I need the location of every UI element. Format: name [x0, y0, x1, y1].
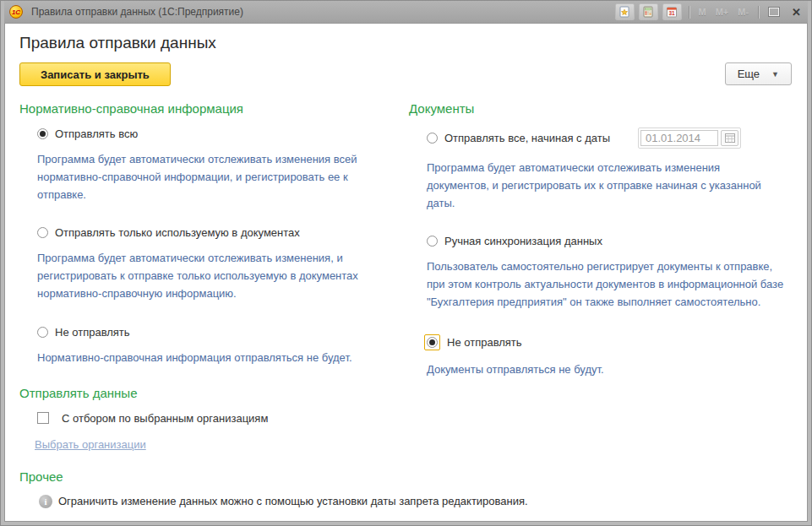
radio-docs-send-all-from-date[interactable]: Отправлять все, начиная с даты 01.01.201… — [409, 127, 797, 149]
radio-icon — [37, 227, 48, 238]
docs-manual-sync-description: Пользователь самостоятельно регистрирует… — [409, 258, 797, 311]
1c-logo-icon: 1С — [9, 5, 23, 19]
page-title: Правила отправки данных — [19, 34, 797, 52]
section-other: Прочее i Ограничить изменение данных мож… — [19, 469, 797, 522]
save-and-close-button[interactable]: Записать и закрыть — [19, 62, 171, 86]
dropdown-arrow-icon: ▼ — [771, 70, 779, 79]
start-date-input[interactable]: 01.01.2014 — [640, 130, 718, 146]
more-button[interactable]: Еще ▼ — [725, 62, 792, 85]
radio-label: Не отправлять — [55, 326, 130, 339]
section-header-other: Прочее — [19, 469, 797, 484]
calculator-icon[interactable] — [639, 3, 658, 20]
maximize-button[interactable] — [769, 8, 779, 16]
radio-icon — [37, 327, 48, 338]
checkbox-label: С отбором по выбранным организациям — [62, 412, 268, 425]
radio-label: Отправлять только используемую в докумен… — [55, 226, 300, 239]
radio-docs-do-not-send[interactable]: Не отправлять — [409, 334, 797, 350]
nsi-send-all-description: Программа будет автоматически отслеживат… — [19, 151, 394, 203]
calendar-picker-icon[interactable] — [721, 130, 738, 146]
favorites-doc-icon[interactable] — [615, 3, 635, 20]
nsi-send-used-description: Программа будет автоматически отслеживат… — [19, 250, 394, 302]
app-window: 1С Правила отправки данных (1С:Предприят… — [0, 0, 812, 526]
radio-icon — [427, 337, 438, 348]
form-content: Правила отправки данных Записать и закры… — [4, 23, 808, 522]
radio-label: Отправлять все, начиная с даты — [444, 132, 610, 144]
radio-nsi-send-all[interactable]: Отправлять всю — [19, 127, 394, 140]
checkbox-icon — [37, 412, 49, 424]
memory-m-plus-button[interactable]: M+ — [713, 7, 732, 17]
titlebar-separator — [758, 6, 759, 19]
radio-nsi-send-used-only[interactable]: Отправлять только используемую в докумен… — [19, 226, 394, 239]
section-header-documents: Документы — [409, 101, 797, 116]
command-bar: Записать и закрыть Еще ▼ — [19, 62, 792, 86]
section-header-nsi: Нормативно-справочная информация — [19, 101, 394, 116]
start-date-field: 01.01.2014 — [638, 127, 741, 149]
window-titlebar[interactable]: 1С Правила отправки данных (1С:Предприят… — [4, 1, 808, 23]
info-icon: i — [39, 495, 52, 508]
docs-do-not-send-description: Документы отправляться не будут. — [409, 361, 797, 379]
memory-m-minus-button[interactable]: M- — [735, 7, 751, 17]
titlebar-controls: 31 M M+ M- ✕ — [615, 3, 805, 20]
radio-label: Ручная синхронизация данных — [444, 235, 602, 247]
section-header-send-data: Отправлять данные — [19, 386, 394, 400]
column-nsi: Нормативно-справочная информация Отправл… — [19, 101, 394, 468]
radio-docs-manual-sync[interactable]: Ручная синхронизация данных — [409, 235, 797, 247]
info-row: i Ограничить изменение данных можно с по… — [19, 494, 797, 509]
window-title: Правила отправки данных (1С:Предприятие) — [31, 6, 615, 18]
radio-label: Не отправлять — [447, 336, 522, 349]
info-text: Ограничить изменение данных можно с помо… — [58, 494, 528, 509]
titlebar-separator — [689, 6, 689, 19]
select-organizations-link[interactable]: Выбрать организации — [35, 438, 146, 451]
more-button-label: Еще — [738, 68, 760, 80]
radio-nsi-do-not-send[interactable]: Не отправлять — [19, 326, 394, 339]
radio-icon — [427, 236, 438, 247]
calendar-icon[interactable]: 31 — [662, 3, 682, 20]
two-column-area: Нормативно-справочная информация Отправл… — [19, 101, 797, 468]
radio-icon — [427, 133, 438, 144]
memory-m-button[interactable]: M — [696, 7, 709, 17]
docs-send-from-date-description: Программа будет автоматически отслеживат… — [409, 160, 797, 212]
close-button[interactable]: ✕ — [788, 6, 804, 19]
radio-label: Отправлять всю — [55, 127, 138, 140]
focus-ring — [424, 334, 440, 350]
set-restriction-date-link[interactable]: Установить дату запрета изменения данных — [58, 521, 284, 522]
radio-icon — [37, 128, 48, 139]
checkbox-filter-by-organizations[interactable]: С отбором по выбранным организациям — [19, 412, 394, 425]
column-documents: Документы Отправлять все, начиная с даты… — [409, 101, 797, 468]
nsi-do-not-send-description: Нормативно-справочная информация отправл… — [19, 350, 394, 367]
svg-text:31: 31 — [668, 10, 675, 16]
